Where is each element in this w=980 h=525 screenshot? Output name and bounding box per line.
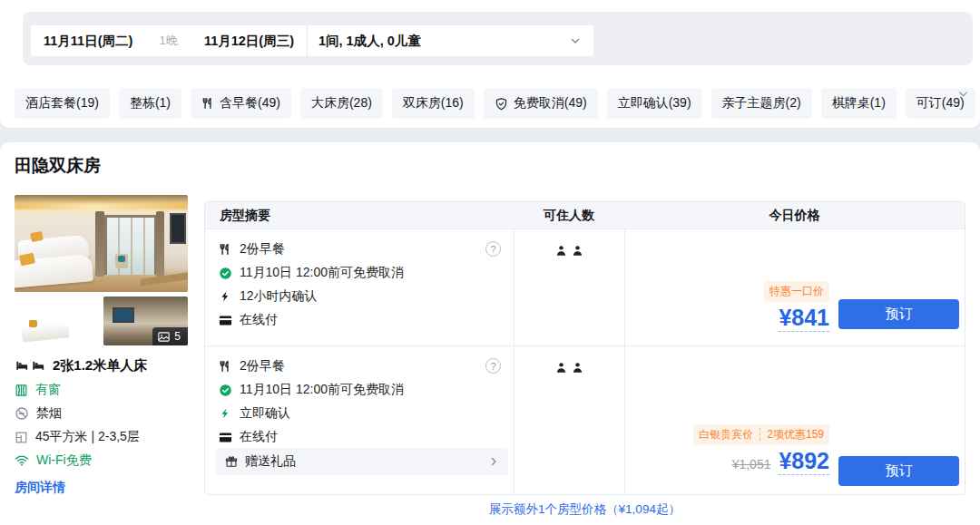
cancellation-line: 11月10日 12:00前可免费取消 — [218, 378, 514, 402]
breakfast-line: 2份早餐 — [218, 355, 514, 378]
chevron-right-icon — [488, 456, 499, 467]
room-main-photo[interactable] — [15, 195, 188, 292]
photo-count: 5 — [174, 330, 181, 343]
photo-decor — [15, 203, 188, 209]
checkin-date[interactable]: 11月11日(周二) — [44, 33, 132, 50]
rate-features: 2份早餐 11月10日 12:00前可免费取消 立即确认 在线付 — [205, 346, 514, 449]
photo-decor — [156, 211, 164, 277]
filter-chip-twin-bed[interactable]: 双床房(16) — [392, 88, 475, 119]
photo-count-badge[interactable]: 5 — [152, 327, 188, 345]
breakfast-line: 2份早餐 — [218, 238, 514, 261]
filter-chip-king-bed[interactable]: 大床房(28) — [300, 88, 383, 119]
filter-chip-game-table[interactable]: 棋牌桌(1) — [821, 88, 897, 119]
discount-tag-text: 2项优惠159 — [760, 428, 824, 441]
header-summary: 房型摘要 — [205, 208, 514, 224]
payment-text: 在线付 — [240, 312, 278, 328]
rate-features: 2份早餐 11月10日 12:00前可免费取消 12小时内确认 在线付 — [205, 229, 514, 332]
check-circle-icon — [218, 267, 232, 280]
filter-chip-label: 棋牌桌(1) — [832, 95, 886, 112]
filter-chip-breakfast[interactable]: 含早餐(49) — [191, 88, 291, 119]
room-type-title: 田隐双床房 — [15, 154, 101, 178]
current-price[interactable]: ¥841 — [779, 306, 829, 332]
shield-check-icon — [495, 97, 508, 111]
price-block: 特惠一口价 ¥841 — [764, 281, 829, 332]
gift-bar[interactable]: 赠送礼品 — [216, 448, 508, 475]
gift-icon — [225, 455, 238, 468]
room-details-link[interactable]: 房间详情 — [15, 480, 65, 496]
meal-icon — [218, 243, 232, 256]
price-cell: 白银贵宾价2项优惠159 ¥1,051 ¥892 预订 — [624, 346, 965, 494]
room-type-card: 田隐双床房 5 2张1.2米单人床 — [0, 142, 980, 525]
person-icon — [555, 245, 567, 257]
filter-chip-hotel-package[interactable]: 酒店套餐(19) — [15, 88, 110, 119]
filter-chip-label: 整栋(1) — [130, 95, 171, 112]
filter-chip-free-cancellation[interactable]: 免费取消(49) — [484, 88, 598, 119]
price-cell: 特惠一口价 ¥841 预订 — [624, 229, 965, 345]
person-icon — [555, 362, 567, 374]
filter-chip-instant-confirm[interactable]: 立即确认(39) — [607, 88, 702, 119]
chevron-down-icon — [570, 35, 581, 46]
rate-summary-cell: 2份早餐 11月10日 12:00前可免费取消 12小时内确认 在线付 — [205, 229, 514, 345]
area-floor-attr: 45平方米 | 2-3,5层 — [35, 429, 140, 445]
room-photo-thumb-1[interactable] — [15, 297, 100, 345]
header-occupancy: 可住人数 — [514, 208, 624, 224]
room-photo-thumb-2[interactable]: 5 — [103, 297, 189, 345]
window-attr: 有窗 — [35, 382, 61, 398]
show-more-rates-link[interactable]: 展示额外1个房型价格（¥1,094起） — [204, 501, 965, 518]
occupancy-icons — [514, 229, 624, 257]
help-icon[interactable]: ? — [485, 358, 501, 374]
wifi-attr-line: Wi-Fi免费 — [15, 449, 147, 472]
filters-expand-chevron-icon[interactable] — [957, 88, 969, 100]
room-photo-thumbnails: 5 — [15, 297, 188, 345]
cancellation-line: 11月10日 12:00前可免费取消 — [218, 261, 514, 285]
lightning-icon — [218, 407, 232, 420]
rate-plan-table: 房型摘要 可住人数 今日价格 2份早餐 11月10日 12:00前可免费取消 — [204, 201, 965, 495]
cancellation-text: 11月10日 12:00前可免费取消 — [240, 382, 404, 398]
occupancy-selector[interactable]: 1间, 1成人, 0儿童 — [308, 25, 593, 56]
filter-chip-family-theme[interactable]: 亲子主题房(2) — [711, 88, 812, 119]
rate-row: 2份早餐 11月10日 12:00前可免费取消 立即确认 在线付 — [205, 345, 965, 494]
filter-chip-label: 双床房(16) — [403, 95, 464, 112]
cancellation-text: 11月10日 12:00前可免费取消 — [240, 265, 404, 281]
bed-icon — [15, 359, 45, 373]
checkout-date[interactable]: 11月12日(周三) — [204, 33, 294, 50]
date-range-selector[interactable]: 11月11日(周二) 1晚 11月12日(周三) — [31, 25, 307, 56]
photo-decor — [170, 213, 186, 244]
photo-decor — [104, 215, 157, 275]
confirmation-text: 12小时内确认 — [240, 288, 318, 305]
filter-chip-label: 含早餐(49) — [220, 95, 280, 112]
search-bar: 11月11日(周二) 1晚 11月12日(周三) 1间, 1成人, 0儿童 — [23, 12, 973, 65]
rate-summary-cell: 2份早餐 11月10日 12:00前可免费取消 立即确认 在线付 — [205, 346, 514, 494]
current-price[interactable]: ¥892 — [779, 449, 829, 475]
no-smoking-icon — [15, 406, 29, 421]
breakfast-text: 2份早餐 — [240, 358, 285, 374]
member-price-tag: 白银贵宾价2项优惠159 — [693, 424, 829, 445]
member-tag-text: 白银贵宾价 — [699, 428, 753, 441]
rate-row: 2份早餐 11月10日 12:00前可免费取消 12小时内确认 在线付 — [205, 229, 965, 345]
filter-chip-entire-building[interactable]: 整栋(1) — [119, 88, 181, 119]
bed-info: 2张1.2米单人床 — [53, 357, 147, 374]
occupancy-icons — [514, 346, 624, 374]
payment-line: 在线付 — [218, 425, 514, 449]
floor-plan-icon — [15, 431, 28, 444]
price-block: 白银贵宾价2项优惠159 ¥1,051 ¥892 — [693, 424, 829, 475]
payment-text: 在线付 — [240, 429, 278, 445]
confirmation-text: 立即确认 — [240, 405, 290, 422]
room-attributes: 2张1.2米单人床 有窗 禁烟 45平方米 | 2-3,5层 Wi-Fi免费 房… — [15, 353, 147, 496]
filter-chip-label: 大床房(28) — [311, 95, 372, 112]
filter-chip-label: 免费取消(49) — [514, 95, 587, 112]
window-attr-line: 有窗 — [15, 378, 147, 402]
price-line: ¥1,051 ¥892 — [693, 449, 829, 475]
book-button[interactable]: 预订 — [838, 456, 959, 486]
nights-count: 1晚 — [159, 33, 177, 49]
occupancy-cell — [514, 229, 624, 345]
occupancy-value: 1间, 1成人, 0儿童 — [318, 33, 421, 50]
price-tag: 特惠一口价 — [764, 281, 829, 302]
image-icon — [158, 332, 170, 342]
book-button[interactable]: 预订 — [838, 299, 959, 329]
original-price: ¥1,051 — [732, 457, 771, 472]
filter-chip-label: 立即确认(39) — [618, 95, 691, 112]
window-icon — [15, 384, 28, 397]
breakfast-text: 2份早餐 — [240, 241, 285, 258]
help-icon[interactable]: ? — [485, 241, 501, 257]
